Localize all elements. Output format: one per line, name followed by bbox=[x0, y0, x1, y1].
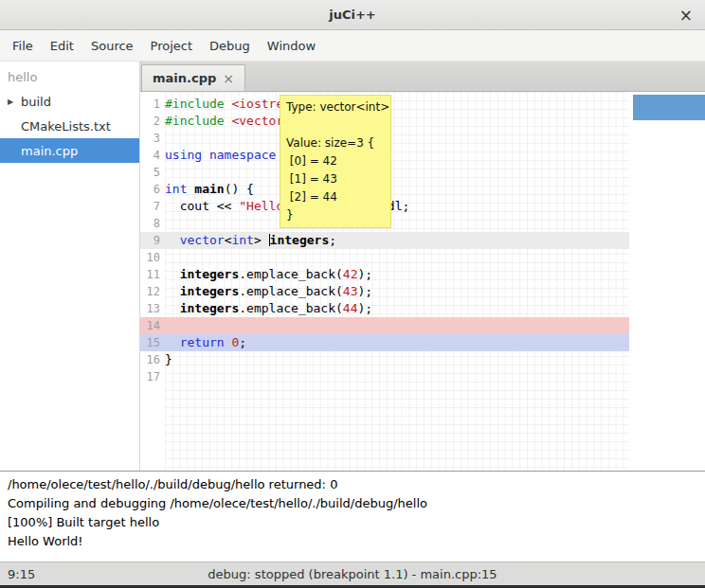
code-token bbox=[202, 148, 209, 162]
code-line-16[interactable]: 16} bbox=[140, 351, 629, 368]
line-number[interactable]: 1 bbox=[140, 96, 165, 113]
menu-item-edit[interactable]: Edit bbox=[42, 35, 82, 57]
code-token: ); bbox=[358, 284, 373, 298]
line-number[interactable]: 14 bbox=[140, 317, 165, 334]
editor[interactable]: 1#include <iostream>2#include <vector>34… bbox=[140, 92, 705, 471]
code-line-10[interactable]: 10 bbox=[140, 249, 629, 266]
project-name: hello bbox=[0, 62, 139, 89]
code-text: vector<int> integers; bbox=[165, 232, 629, 249]
file-tree: ▶buildCMakeLists.txtmain.cpp bbox=[0, 89, 139, 163]
code-line-17[interactable]: 17 bbox=[140, 368, 629, 385]
code-token: return bbox=[180, 335, 225, 349]
menu-item-project[interactable]: Project bbox=[142, 35, 201, 57]
code-token: .emplace_back( bbox=[239, 301, 343, 315]
code-token: integers bbox=[180, 301, 240, 315]
code-text: } bbox=[165, 351, 629, 368]
tooltip-line: Type: vector<int> bbox=[286, 98, 385, 116]
terminal-line: Compiling and debugging /home/olece/test… bbox=[8, 494, 697, 513]
code-line-12[interactable]: 12 integers.emplace_back(43); bbox=[140, 283, 629, 300]
code-token: > bbox=[254, 233, 269, 247]
terminal-line: Hello World! bbox=[8, 532, 697, 551]
code-token: .emplace_back( bbox=[239, 284, 343, 298]
app-window: juCi++ × FileEditSourceProjectDebugWindo… bbox=[0, 0, 705, 588]
tooltip-line: Value: size=3 { bbox=[286, 134, 385, 152]
menu-item-source[interactable]: Source bbox=[82, 35, 142, 57]
code-token: 42 bbox=[343, 267, 358, 281]
line-number[interactable]: 9 bbox=[140, 232, 165, 249]
tooltip-line: } bbox=[286, 206, 385, 224]
main-area: hello ▶buildCMakeLists.txtmain.cpp main.… bbox=[0, 62, 705, 471]
menu-item-window[interactable]: Window bbox=[259, 35, 324, 57]
code-line-15[interactable]: 15 return 0; bbox=[140, 334, 629, 351]
code-token: } bbox=[165, 352, 172, 366]
scrollbar-thumb[interactable] bbox=[633, 95, 705, 120]
code-text: #include <iostream> bbox=[165, 96, 629, 113]
code-token: integers bbox=[180, 284, 240, 298]
code-text: int main() { bbox=[165, 181, 629, 198]
code-token: integers bbox=[180, 267, 240, 281]
tooltip-line: [0] = 42 bbox=[286, 152, 385, 170]
code-token bbox=[165, 233, 180, 247]
code-token bbox=[165, 335, 180, 349]
debug-value-tooltip: Type: vector<int>Value: size=3 { [0] = 4… bbox=[280, 95, 391, 228]
code-text bbox=[165, 368, 629, 385]
line-number[interactable]: 3 bbox=[140, 130, 165, 147]
line-number[interactable]: 11 bbox=[140, 266, 165, 283]
folder-expander-icon[interactable]: ▶ bbox=[8, 98, 21, 106]
code-text bbox=[165, 215, 629, 232]
tree-item-main-cpp[interactable]: main.cpp bbox=[0, 138, 139, 163]
code-line-9[interactable]: 9 vector<int> integers; bbox=[140, 232, 629, 249]
code-text bbox=[165, 130, 629, 147]
code-line-14[interactable]: 14 bbox=[140, 317, 629, 334]
code-text bbox=[165, 249, 629, 266]
code-text bbox=[165, 164, 629, 181]
code-token: namespace bbox=[209, 148, 276, 162]
code-token: using bbox=[165, 148, 202, 162]
tab-close-icon[interactable]: × bbox=[223, 72, 234, 85]
code-line-11[interactable]: 11 integers.emplace_back(42); bbox=[140, 266, 629, 283]
line-number[interactable]: 6 bbox=[140, 181, 165, 198]
close-icon[interactable]: × bbox=[679, 7, 693, 23]
tab-main-cpp[interactable]: main.cpp × bbox=[141, 64, 245, 91]
code-text: cout << "Hello World!" << endl; bbox=[165, 198, 629, 215]
code-text: using namespace std; bbox=[165, 147, 629, 164]
line-number[interactable]: 5 bbox=[140, 164, 165, 181]
line-number[interactable]: 8 bbox=[140, 215, 165, 232]
line-number[interactable]: 15 bbox=[140, 334, 165, 351]
code-token: int bbox=[231, 233, 253, 247]
line-number[interactable]: 16 bbox=[140, 351, 165, 368]
tree-item-label: build bbox=[21, 95, 51, 109]
code-token: () { bbox=[225, 182, 254, 196]
code-token: cout << bbox=[165, 199, 239, 213]
titlebar[interactable]: juCi++ × bbox=[0, 0, 705, 30]
terminal-output[interactable]: /home/olece/test/hello/./build/debug/hel… bbox=[0, 471, 705, 561]
code-token: ); bbox=[358, 301, 373, 315]
tree-item-build[interactable]: ▶build bbox=[0, 89, 139, 114]
line-number[interactable]: 13 bbox=[140, 300, 165, 317]
tree-item-label: CMakeLists.txt bbox=[21, 119, 111, 134]
tooltip-line bbox=[286, 116, 385, 134]
menu-item-file[interactable]: File bbox=[4, 35, 42, 57]
code-token: #include bbox=[165, 114, 225, 128]
line-number[interactable]: 4 bbox=[140, 147, 165, 164]
code-token: vector bbox=[180, 233, 225, 247]
code-line-13[interactable]: 13 integers.emplace_back(44); bbox=[140, 300, 629, 317]
line-number[interactable]: 2 bbox=[140, 113, 165, 130]
line-number[interactable]: 17 bbox=[140, 368, 165, 385]
tabbar: main.cpp × bbox=[140, 62, 705, 92]
line-number[interactable]: 7 bbox=[140, 198, 165, 215]
code-token: .emplace_back( bbox=[239, 267, 343, 281]
status-message: debug: stopped (breakpoint 1.1) - main.c… bbox=[208, 567, 497, 581]
code-text: return 0; bbox=[165, 334, 629, 351]
tooltip-line: [2] = 44 bbox=[286, 188, 385, 206]
code-token bbox=[165, 301, 180, 315]
tab-label: main.cpp bbox=[153, 71, 216, 85]
tree-item-cmakelists-txt[interactable]: CMakeLists.txt bbox=[0, 114, 139, 138]
menu-item-debug[interactable]: Debug bbox=[201, 35, 259, 57]
menubar: FileEditSourceProjectDebugWindow bbox=[0, 30, 705, 62]
code-token: ; bbox=[239, 335, 246, 349]
code-token: ); bbox=[358, 267, 373, 281]
line-number[interactable]: 10 bbox=[140, 249, 165, 266]
code-text: #include <vector> bbox=[165, 113, 629, 130]
line-number[interactable]: 12 bbox=[140, 283, 165, 300]
